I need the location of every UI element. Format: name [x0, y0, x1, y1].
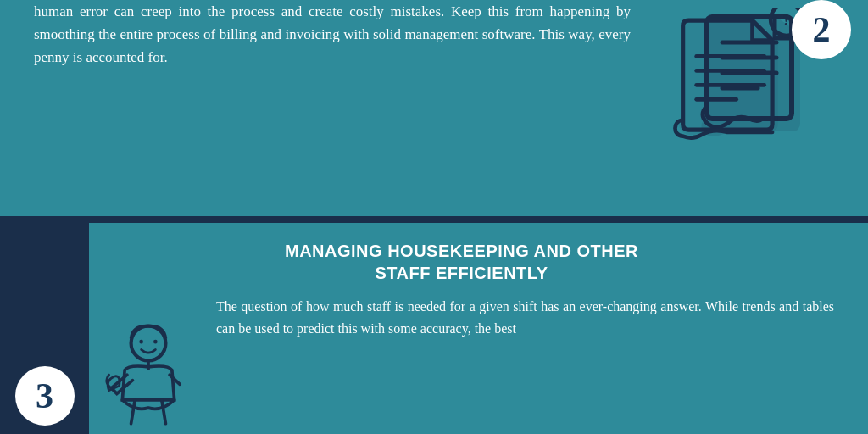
svg-text:?: ?: [782, 11, 790, 29]
top-icon-area: ? 2: [665, 0, 834, 144]
svg-point-11: [131, 326, 166, 361]
svg-point-13: [153, 340, 158, 344]
top-section: human error can creep into the process a…: [0, 0, 868, 216]
svg-line-16: [162, 400, 166, 424]
bottom-inner: The question of how much staff is needed…: [89, 296, 834, 431]
top-paragraph-text: human error can creep into the process a…: [34, 0, 631, 70]
number-badge-3: 3: [15, 366, 75, 426]
bottom-text-area: The question of how much staff is needed…: [208, 296, 834, 339]
left-sidebar: 3: [0, 223, 89, 434]
bottom-section: 3 MANAGING HOUSEKEEPING AND OTHER STAFF …: [0, 223, 868, 434]
section-title: MANAGING HOUSEKEEPING AND OTHER STAFF EF…: [89, 240, 834, 284]
bottom-content: MANAGING HOUSEKEEPING AND OTHER STAFF EF…: [89, 223, 868, 434]
number-badge-2: 2: [792, 0, 851, 59]
svg-point-12: [139, 340, 143, 344]
invoice-svg-overlay: ?: [665, 8, 800, 144]
top-paragraph-area: human error can creep into the process a…: [34, 0, 665, 70]
bottom-paragraph: The question of how much staff is needed…: [216, 296, 834, 339]
housekeeper-icon-area: [89, 296, 208, 431]
svg-line-15: [131, 400, 136, 424]
housekeeper-icon: [102, 321, 195, 431]
section-divider: [0, 216, 868, 223]
section-title-row: MANAGING HOUSEKEEPING AND OTHER STAFF EF…: [89, 240, 834, 296]
